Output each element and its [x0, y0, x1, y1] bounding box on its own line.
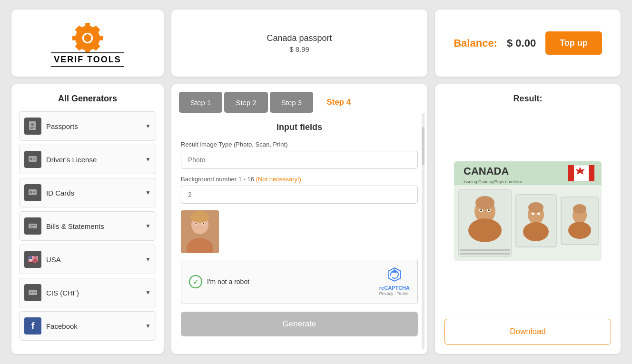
bills-chevron-icon: ▼	[145, 223, 151, 229]
svg-point-56	[537, 213, 540, 215]
svg-text:CANADA: CANADA	[464, 165, 509, 177]
svg-rect-15	[33, 194, 35, 195]
cis-icon	[24, 284, 41, 301]
scrollbar-thumb	[422, 127, 425, 165]
svg-point-43	[475, 196, 494, 209]
passport-preview: CANADA Issuing Country/Pays émetteur	[444, 111, 611, 311]
sidebar-title: All Generators	[19, 94, 156, 104]
logo-wrapper: VERIF TOOLS	[51, 19, 124, 67]
svg-point-59	[573, 204, 586, 214]
steps-bar: Step 1 Step 2 Step 3 Step 4	[171, 84, 427, 113]
svg-point-8	[30, 157, 32, 160]
sidebar-item-id-cards[interactable]: ID Cards ▼	[19, 178, 156, 207]
svg-rect-6	[30, 128, 33, 129]
svg-point-48	[488, 209, 490, 211]
svg-point-54	[523, 222, 549, 241]
balance-amount: $ 0.00	[507, 37, 536, 49]
captcha-box[interactable]: ✓ I'm not a robot reCAPTCHA	[181, 260, 418, 304]
download-button[interactable]: Download	[444, 319, 611, 344]
svg-rect-20	[30, 292, 32, 293]
captcha-brand: reCAPTCHA Privacy · Terms	[379, 285, 410, 297]
product-card: Canada passport $ 8.99	[171, 10, 427, 77]
svg-rect-21	[33, 292, 36, 293]
input-fields-container: Input fields Result image Type (Photo, S…	[171, 113, 427, 354]
logo-text: VERIF TOOLS	[51, 52, 124, 67]
facebook-label: Facebook	[46, 322, 78, 330]
svg-rect-9	[33, 157, 36, 158]
svg-point-55	[532, 213, 534, 215]
image-type-label: Result image Type (Photo, Scan, Print)	[181, 141, 418, 148]
svg-rect-37	[589, 165, 594, 181]
svg-point-1	[84, 34, 91, 42]
svg-point-28	[196, 223, 197, 225]
sidebar-item-drivers-license[interactable]: Driver's License ▼	[19, 145, 156, 174]
captcha-check-icon: ✓	[189, 275, 202, 288]
cis-label: CIS (СНГ)	[46, 289, 79, 297]
svg-rect-49	[460, 249, 510, 251]
background-number-input[interactable]	[181, 186, 418, 204]
facebook-icon: f	[24, 317, 41, 334]
result-title: Result:	[444, 94, 611, 104]
logo-card: VERIF TOOLS	[11, 10, 164, 77]
step1-button[interactable]: Step 1	[179, 92, 222, 113]
passports-label: Passports	[46, 122, 78, 130]
svg-rect-14	[33, 192, 36, 193]
id-cards-label: ID Cards	[46, 189, 74, 197]
scrollbar-track	[422, 113, 425, 349]
usa-chevron-icon: ▼	[145, 256, 151, 263]
svg-rect-5	[30, 127, 35, 128]
facebook-chevron-icon: ▼	[145, 323, 151, 329]
sidebar-item-passports[interactable]: Passports ▼	[19, 111, 156, 141]
middle-panel: Step 1 Step 2 Step 3 Step 4 Input fields…	[171, 84, 427, 354]
svg-point-4	[31, 123, 34, 126]
image-type-input[interactable]	[181, 151, 418, 169]
balance-card: Balance: $ 0.00 Top up	[435, 10, 621, 77]
drivers-license-icon	[24, 151, 41, 168]
sidebar: All Generators Passports ▼	[11, 84, 164, 354]
captcha-text: I'm not a robot	[207, 278, 249, 285]
cis-chevron-icon: ▼	[145, 289, 151, 296]
usa-icon: 🇺🇸	[24, 251, 41, 268]
sidebar-item-cis[interactable]: CIS (СНГ) ▼	[19, 278, 156, 307]
generate-button[interactable]: Generate	[181, 312, 418, 336]
background-label: Background number 1 - 16 (Not necessary!…	[181, 176, 418, 183]
recaptcha-icon	[387, 267, 402, 285]
svg-rect-17	[30, 225, 36, 226]
input-fields-title: Input fields	[181, 122, 418, 132]
product-price: $ 8.99	[289, 45, 309, 53]
svg-rect-50	[460, 253, 510, 255]
svg-rect-13	[33, 191, 36, 192]
svg-rect-36	[568, 165, 574, 181]
passports-chevron-icon: ▼	[145, 123, 151, 129]
id-cards-icon	[24, 184, 41, 201]
svg-point-25	[190, 211, 209, 223]
svg-point-53	[528, 202, 543, 213]
drivers-license-label: Driver's License	[46, 156, 97, 164]
sidebar-item-usa[interactable]: 🇺🇸 USA ▼	[19, 245, 156, 274]
bills-label: Bills & Statements	[46, 222, 104, 230]
sidebar-item-facebook[interactable]: f Facebook ▼	[19, 311, 156, 341]
id-cards-chevron-icon: ▼	[145, 189, 151, 196]
gear-icon	[69, 19, 107, 57]
product-name: Canada passport	[267, 33, 332, 43]
step3-button[interactable]: Step 3	[270, 92, 313, 113]
photo-preview	[181, 210, 219, 253]
passports-icon	[24, 118, 41, 135]
step4-button[interactable]: Step 4	[315, 92, 362, 113]
usa-label: USA	[46, 256, 61, 264]
balance-label: Balance:	[454, 37, 497, 49]
svg-rect-10	[33, 159, 36, 160]
topup-button[interactable]: Top up	[545, 31, 602, 55]
result-panel: Result: CANADA Issuing Country/Pays émet…	[435, 84, 621, 354]
bills-icon	[24, 217, 41, 235]
passport-image: CANADA Issuing Country/Pays émetteur	[454, 161, 602, 261]
svg-point-29	[203, 223, 205, 225]
svg-point-44	[468, 218, 502, 242]
svg-point-60	[568, 222, 591, 239]
drivers-license-chevron-icon: ▼	[145, 156, 151, 163]
svg-point-47	[480, 209, 482, 211]
svg-text:Issuing Country/Pays émetteur: Issuing Country/Pays émetteur	[464, 179, 522, 184]
svg-point-12	[30, 191, 32, 194]
step2-button[interactable]: Step 2	[224, 92, 267, 113]
sidebar-item-bills-statements[interactable]: Bills & Statements ▼	[19, 211, 156, 241]
